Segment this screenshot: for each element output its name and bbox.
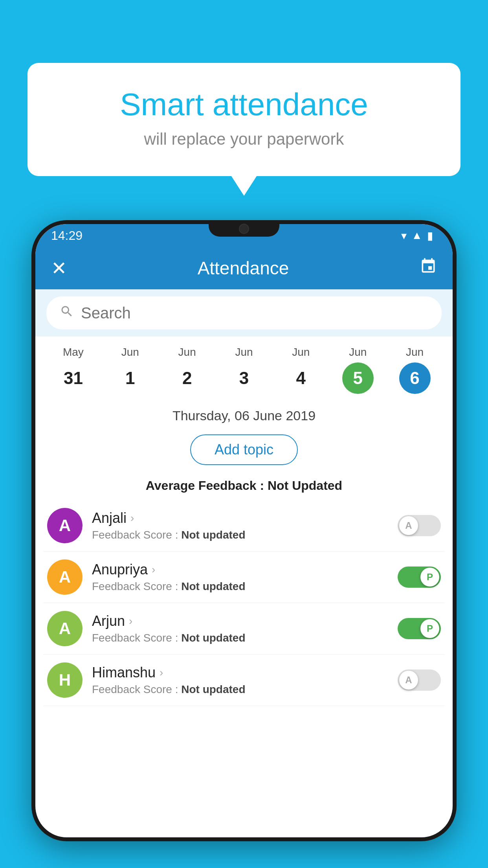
student-name[interactable]: Himanshu › [92,664,388,681]
phone-notch [209,220,279,237]
calendar-strip[interactable]: May31Jun1Jun2Jun3Jun4Jun5Jun6 [35,337,453,400]
phone-frame: 14:29 ▾ ▲ ▮ ✕ Attendance [31,220,457,841]
avatar: A [47,559,83,595]
attendance-toggle[interactable]: A [398,515,441,536]
avg-value: Not Updated [268,478,342,493]
feedback-score: Feedback Score : Not updated [92,683,388,696]
speech-bubble-subtitle: will replace your paperwork [59,130,429,149]
cal-date-number[interactable]: 6 [399,362,431,394]
chevron-icon: › [152,563,155,576]
cal-month-label: Jun [121,346,139,359]
speech-bubble-title: Smart attendance [59,86,429,123]
chevron-icon: › [129,615,132,627]
calendar-day[interactable]: Jun2 [160,346,214,394]
avatar: A [47,611,83,646]
student-item: A Arjun › Feedback Score : Not updated P [43,603,445,655]
chevron-icon: › [160,666,163,679]
feedback-score: Feedback Score : Not updated [92,580,388,593]
battery-icon: ▮ [427,229,433,242]
feedback-score: Feedback Score : Not updated [92,632,388,644]
student-name[interactable]: Arjun › [92,613,388,629]
cal-date-number[interactable]: 4 [285,362,317,394]
app-header: ✕ Attendance [35,247,453,289]
close-button[interactable]: ✕ [51,257,67,279]
student-name[interactable]: Anupriya › [92,561,388,578]
cal-month-label: May [63,346,84,359]
search-bar [46,296,442,329]
calendar-day[interactable]: Jun5 [331,346,385,394]
phone-wrapper: 14:29 ▾ ▲ ▮ ✕ Attendance [31,220,457,868]
cal-month-label: Jun [349,346,367,359]
header-title: Attendance [198,257,289,279]
calendar-day[interactable]: Jun1 [103,346,157,394]
chevron-icon: › [130,512,134,524]
student-item: A Anjali › Feedback Score : Not updated … [43,500,445,552]
student-info: Himanshu › Feedback Score : Not updated [92,664,388,696]
student-item: H Himanshu › Feedback Score : Not update… [43,655,445,706]
avg-label: Average Feedback : [146,478,268,493]
cal-date-number[interactable]: 31 [57,362,89,394]
camera [239,224,249,234]
status-time: 14:29 [51,228,83,243]
student-item: A Anupriya › Feedback Score : Not update… [43,552,445,603]
calendar-day[interactable]: Jun6 [388,346,442,394]
status-icons: ▾ ▲ ▮ [401,229,433,242]
calendar-day[interactable]: Jun3 [217,346,271,394]
phone-screen: 14:29 ▾ ▲ ▮ ✕ Attendance [35,224,453,837]
attendance-toggle[interactable]: P [398,618,441,639]
calendar-day[interactable]: May31 [46,346,100,394]
student-info: Anupriya › Feedback Score : Not updated [92,561,388,593]
speech-bubble: Smart attendance will replace your paper… [28,63,460,176]
attendance-toggle[interactable]: P [398,566,441,588]
attendance-toggle[interactable]: A [398,669,441,691]
cal-date-number[interactable]: 2 [171,362,203,394]
cal-date-number[interactable]: 5 [342,362,374,394]
add-topic-container: Add topic [35,427,453,474]
feedback-score: Feedback Score : Not updated [92,529,388,541]
calendar-day[interactable]: Jun4 [274,346,328,394]
student-info: Anjali › Feedback Score : Not updated [92,510,388,541]
average-feedback: Average Feedback : Not Updated [35,474,453,500]
cal-date-number[interactable]: 1 [114,362,146,394]
cal-month-label: Jun [235,346,253,359]
student-list: A Anjali › Feedback Score : Not updated … [35,500,453,706]
cal-month-label: Jun [178,346,196,359]
avatar: H [47,662,83,698]
calendar-icon[interactable] [420,257,437,279]
student-info: Arjun › Feedback Score : Not updated [92,613,388,644]
cal-date-number[interactable]: 3 [228,362,260,394]
cal-month-label: Jun [406,346,424,359]
selected-date: Thursday, 06 June 2019 [35,400,453,427]
search-icon [60,304,74,322]
search-input[interactable] [81,304,428,322]
signal-icon: ▲ [411,229,422,242]
add-topic-button[interactable]: Add topic [190,434,298,465]
avatar: A [47,508,83,543]
wifi-icon: ▾ [401,229,407,242]
cal-month-label: Jun [292,346,310,359]
search-bar-container [35,289,453,337]
student-name[interactable]: Anjali › [92,510,388,526]
